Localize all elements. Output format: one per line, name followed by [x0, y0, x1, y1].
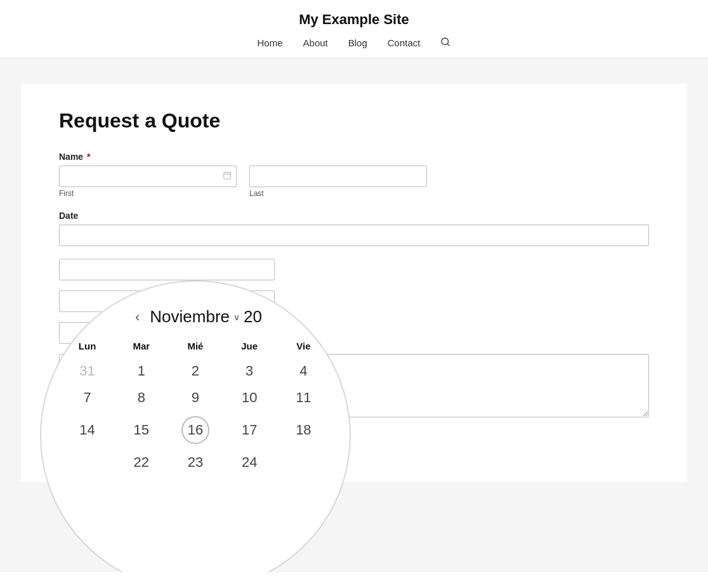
calendar-day[interactable]: 7 — [60, 384, 114, 411]
calendar-day[interactable]: 15 — [114, 411, 168, 449]
weekday-header: Jue — [223, 337, 277, 358]
form-container: Request a Quote Name * — [21, 84, 687, 482]
last-name-wrap: Last — [249, 166, 427, 198]
svg-line-1 — [448, 44, 450, 46]
nav-home[interactable]: Home — [258, 37, 283, 48]
calendar-week-row: 311234 — [60, 358, 331, 384]
calendar-weekdays: LunMarMiéJueVie — [60, 337, 331, 358]
calendar-day[interactable]: 14 — [60, 411, 114, 449]
date-input[interactable] — [59, 225, 649, 246]
calendar-day[interactable]: 24 — [223, 449, 277, 476]
search-icon[interactable] — [440, 37, 450, 49]
calendar-day[interactable]: 3 — [223, 358, 277, 384]
calendar-day[interactable]: 18 — [277, 411, 331, 449]
name-row: First Last — [59, 166, 649, 198]
calendar-month-year: Noviembre ∨ 20 — [150, 307, 262, 327]
calendar-day[interactable]: 31 — [60, 358, 114, 384]
weekday-header: Mié — [168, 337, 222, 358]
calendar-day — [60, 449, 114, 476]
last-label: Last — [249, 189, 427, 198]
nav-about[interactable]: About — [303, 37, 328, 48]
field-3[interactable] — [59, 259, 275, 280]
calendar-day — [277, 449, 331, 476]
calendar-body: 31123478910111415161718222324 — [60, 358, 331, 476]
calendar-day[interactable]: 17 — [223, 411, 277, 449]
today-indicator: 16 — [181, 416, 209, 444]
site-header: My Example Site Home About Blog Contact — [0, 0, 708, 58]
calendar-week-row: 1415161718 — [60, 411, 331, 449]
required-asterisk: * — [84, 152, 90, 162]
calendar-week-row: 222324 — [60, 449, 331, 476]
calendar-month-dropdown-icon[interactable]: ∨ — [233, 312, 240, 322]
nav-contact[interactable]: Contact — [388, 37, 421, 48]
calendar-day[interactable]: 8 — [114, 384, 168, 411]
first-input-wrapper — [59, 166, 237, 187]
calendar-month: Noviembre — [150, 307, 230, 327]
calendar-week-row: 7891011 — [60, 384, 331, 411]
first-name-wrap: First — [59, 166, 237, 198]
name-label: Name * — [59, 152, 649, 162]
calendar-day[interactable]: 4 — [277, 358, 331, 384]
calendar-day[interactable]: 9 — [168, 384, 222, 411]
first-name-input[interactable] — [59, 166, 237, 187]
date-field-group: Date — [59, 211, 649, 246]
calendar-day[interactable]: 10 — [223, 384, 277, 411]
last-name-input[interactable] — [249, 166, 427, 187]
calendar-year: 20 — [244, 307, 262, 327]
calendar-prev-button[interactable]: ‹ — [135, 310, 140, 324]
calendar-grid: LunMarMiéJueVie 311234789101114151617182… — [60, 337, 331, 476]
calendar-icon — [223, 171, 232, 182]
site-title: My Example Site — [0, 11, 708, 28]
weekday-header: Mar — [114, 337, 168, 358]
calendar-day[interactable]: 23 — [168, 449, 222, 476]
page-content: Request a Quote Name * — [0, 58, 708, 572]
nav-blog[interactable]: Blog — [348, 37, 367, 48]
name-field-group: Name * First — [59, 152, 649, 198]
calendar-day[interactable]: 11 — [277, 384, 331, 411]
calendar-day[interactable]: 22 — [114, 449, 168, 476]
calendar-day[interactable]: 16 — [168, 411, 222, 449]
date-label: Date — [59, 211, 649, 221]
first-label: First — [59, 189, 237, 198]
calendar-day[interactable]: 1 — [114, 358, 168, 384]
svg-rect-2 — [224, 173, 231, 180]
main-nav: Home About Blog Contact — [0, 37, 708, 58]
calendar-day[interactable]: 2 — [168, 358, 222, 384]
page-heading: Request a Quote — [59, 109, 649, 133]
